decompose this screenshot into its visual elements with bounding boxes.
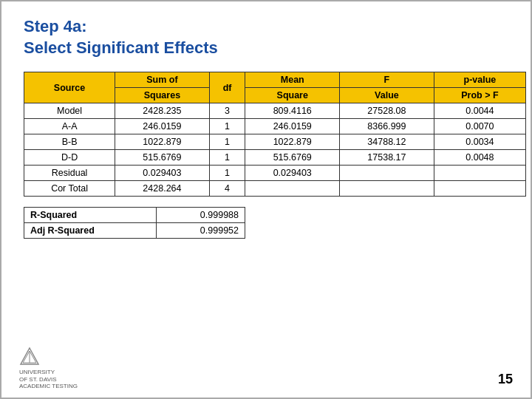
stats-row: R-Squared0.999988 [24, 208, 245, 223]
cell-r0-c2: 3 [209, 103, 245, 119]
table-row: Cor Total2428.2644 [24, 181, 526, 197]
cell-r0-c5: 0.0044 [434, 103, 525, 119]
cell-r3-c3: 515.6769 [245, 150, 340, 166]
cell-r0-c4: 27528.08 [340, 103, 434, 119]
table-header-row-1: Source Sum of df Mean F p-value [24, 72, 526, 88]
cell-r5-c1: 2428.264 [115, 181, 210, 197]
table-row: Residual0.02940310.029403 [24, 166, 526, 181]
cell-r2-c4: 34788.12 [340, 134, 434, 150]
stats-label-0: R-Squared [24, 208, 157, 223]
slide-title: Step 4a: Select Significant Effects [24, 16, 508, 58]
cell-r3-c4: 17538.17 [340, 150, 434, 166]
cell-r5-c4 [340, 181, 434, 197]
table-row: D-D515.67691515.676917538.170.0048 [24, 150, 526, 166]
col-prob-header: Prob > F [434, 88, 525, 103]
col-squares-header: Squares [115, 88, 210, 103]
cell-r1-c2: 1 [209, 119, 245, 134]
title-line2: Select Significant Effects [24, 38, 218, 57]
cell-r2-c2: 1 [209, 134, 245, 150]
col-value-header: Value [340, 88, 434, 103]
col-f-header: F [340, 72, 434, 88]
table-row: A-A246.01591246.01598366.9990.0070 [24, 119, 526, 134]
cell-r1-c5: 0.0070 [434, 119, 525, 134]
logo-text: UNIVERSITY OF ST. DAVIS ACADEMIC TESTING [19, 369, 78, 390]
cell-r1-c3: 246.0159 [245, 119, 340, 134]
anova-table: Source Sum of df Mean F p-value Squares … [24, 72, 526, 197]
university-logo-icon [19, 347, 40, 367]
cell-r0-c0: Model [24, 103, 115, 119]
slide: Step 4a: Select Significant Effects Sour… [0, 0, 532, 399]
col-source-header: Source [24, 72, 115, 103]
col-mean-header: Mean [245, 72, 340, 88]
col-square-header: Square [245, 88, 340, 103]
cell-r1-c4: 8366.999 [340, 119, 434, 134]
col-df-header: df [209, 72, 245, 103]
cell-r0-c3: 809.4116 [245, 103, 340, 119]
cell-r5-c3 [245, 181, 340, 197]
logo-area: UNIVERSITY OF ST. DAVIS ACADEMIC TESTING [19, 347, 78, 390]
cell-r3-c5: 0.0048 [434, 150, 525, 166]
cell-r0-c1: 2428.235 [115, 103, 210, 119]
cell-r5-c5 [434, 181, 525, 197]
page-number: 15 [498, 372, 513, 387]
stats-row: Adj R-Squared0.999952 [24, 223, 245, 239]
cell-r3-c2: 1 [209, 150, 245, 166]
cell-r4-c4 [340, 166, 434, 181]
stats-value-0: 0.999988 [157, 208, 245, 223]
col-sumof-header: Sum of [115, 72, 210, 88]
cell-r4-c0: Residual [24, 166, 115, 181]
cell-r4-c5 [434, 166, 525, 181]
cell-r2-c1: 1022.879 [115, 134, 210, 150]
title-line1: Step 4a: [24, 17, 87, 35]
cell-r2-c5: 0.0034 [434, 134, 525, 150]
cell-r5-c0: Cor Total [24, 181, 115, 197]
stats-value-1: 0.999952 [157, 223, 245, 239]
table-row: Model2428.2353809.411627528.080.0044 [24, 103, 526, 119]
cell-r3-c1: 515.6769 [115, 150, 210, 166]
cell-r4-c3: 0.029403 [245, 166, 340, 181]
cell-r5-c2: 4 [209, 181, 245, 197]
stats-label-1: Adj R-Squared [24, 223, 157, 239]
col-pvalue-header: p-value [434, 72, 525, 88]
table-row: B-B1022.87911022.87934788.120.0034 [24, 134, 526, 150]
cell-r2-c3: 1022.879 [245, 134, 340, 150]
cell-r2-c0: B-B [24, 134, 115, 150]
cell-r4-c1: 0.029403 [115, 166, 210, 181]
cell-r1-c0: A-A [24, 119, 115, 134]
cell-r1-c1: 246.0159 [115, 119, 210, 134]
stats-table: R-Squared0.999988Adj R-Squared0.999952 [24, 207, 245, 239]
cell-r3-c0: D-D [24, 150, 115, 166]
cell-r4-c2: 1 [209, 166, 245, 181]
